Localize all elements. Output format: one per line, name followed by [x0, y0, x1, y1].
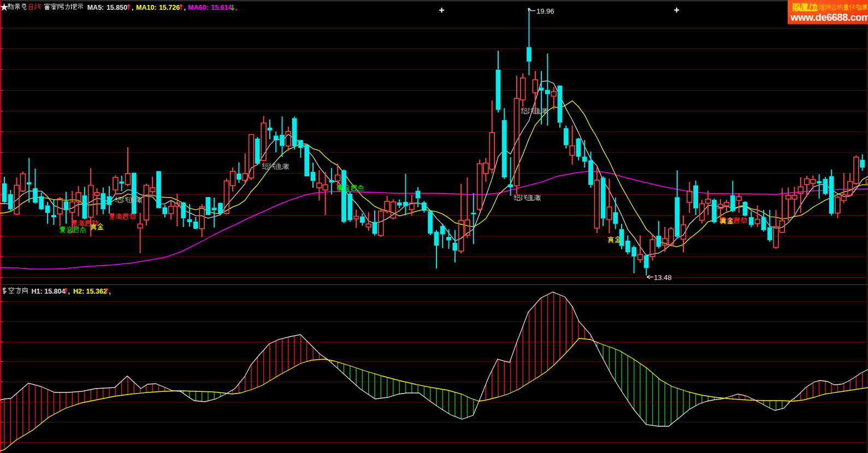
svg-text:,: ,: [132, 4, 133, 11]
svg-text:,: ,: [109, 288, 110, 295]
svg-text:www.de6688.com: www.de6688.com: [790, 12, 868, 23]
svg-text:15.804: 15.804: [44, 288, 65, 295]
svg-text:,: ,: [184, 4, 185, 11]
svg-text:MA5:: MA5:: [87, 4, 104, 11]
svg-text:MA10:: MA10:: [136, 4, 157, 11]
svg-text:15.362: 15.362: [86, 288, 107, 295]
svg-text:15.850: 15.850: [107, 4, 127, 11]
svg-text:MA60:: MA60:: [188, 4, 209, 11]
svg-text:19.96: 19.96: [536, 7, 554, 15]
svg-text:15.726: 15.726: [159, 4, 180, 11]
svg-text:,: ,: [235, 4, 237, 11]
svg-text:H2:: H2:: [73, 288, 84, 295]
svg-text:H1:: H1:: [32, 288, 43, 295]
svg-text:15.614: 15.614: [211, 4, 232, 11]
svg-text:13.48: 13.48: [654, 273, 672, 282]
svg-text:,: ,: [68, 288, 70, 295]
